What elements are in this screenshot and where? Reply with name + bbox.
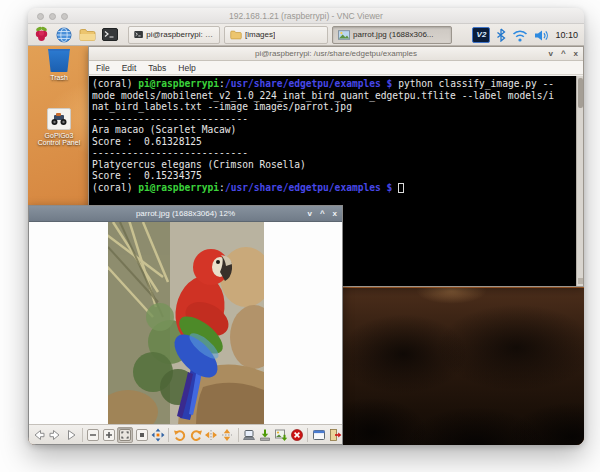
terminal-scrollbar[interactable] [576,76,583,286]
vnc-viewer-window: 192.168.1.21 (raspberrypi) - VNC Viewer … [28,8,584,445]
slideshow-button[interactable] [64,427,79,443]
full-screen-icon [151,428,165,442]
zoom-in-button[interactable] [102,427,117,443]
bluetooth-icon[interactable] [496,28,506,42]
save-as-button[interactable] [274,427,289,443]
rotate-clockwise-icon [189,428,203,442]
flip-vertical-icon [220,428,234,442]
globe-icon [56,27,72,43]
remote-desktop: Trash GoPiGo3 Control P [28,24,584,445]
terminal-window-icon [134,30,143,39]
fit-window-button[interactable] [117,427,133,443]
terminal-scrollbar-thumb[interactable] [578,78,583,108]
rotate-cw-button[interactable] [188,427,203,443]
terminal-menubar: File Edit Tabs Help [89,61,583,75]
gopigo-robot-icon [47,108,71,130]
mac-titlebar[interactable]: 192.168.1.21 (raspberrypi) - VNC Viewer [28,8,584,24]
folder-window-icon [230,30,242,40]
desktop-wallpaper[interactable]: Trash GoPiGo3 Control P [28,46,584,445]
open-file-icon [242,428,256,442]
task-terminal-label: pi@raspberrypi: /usr/... [146,30,214,39]
original-size-icon [135,428,149,442]
terminal-maximize-button[interactable]: ^ [561,48,566,60]
raspberry-menu-button[interactable] [31,26,51,44]
terminal-shade-button[interactable]: v [548,48,552,60]
folder-icon [79,28,96,42]
menu-edit[interactable]: Edit [122,63,137,73]
quit-button[interactable] [327,427,342,443]
viewer-maximize-button[interactable]: ^ [320,208,325,220]
previous-button[interactable] [32,427,47,443]
wallpaper-dark-landscape [343,288,584,445]
terminal-title: pi@raspberrypi: /usr/share/edgetpu/examp… [89,49,583,58]
delete-button[interactable] [290,427,305,443]
task-images-label: [images] [245,30,275,39]
pi-taskbar: pi@raspberrypi: /usr/... [images] parrot… [28,24,584,46]
viewer-title: parrot.jpg (1688x3064) 12% [29,209,342,218]
preferences-button[interactable] [311,427,326,443]
desktop-icon-gopigo[interactable]: GoPiGo3 Control Panel [30,108,88,146]
desktop-icon-trash[interactable]: Trash [30,46,88,81]
terminal-icon [102,28,118,41]
wifi-icon[interactable] [512,29,528,42]
preferences-icon [312,428,326,442]
viewer-toolbar [29,424,342,444]
zoom-out-icon [86,428,100,442]
save-file-icon [258,428,272,442]
vnc-window-title: 192.168.1.21 (raspberrypi) - VNC Viewer [28,11,584,21]
gopigo-label-line1: GoPiGo3 [30,132,88,139]
play-icon [64,428,78,442]
flip-horizontal-button[interactable] [204,427,219,443]
rotate-counterclockwise-icon [173,428,187,442]
save-file-button[interactable] [258,427,273,443]
quit-icon [328,428,342,442]
viewer-shade-button[interactable]: v [307,208,311,220]
task-terminal[interactable]: pi@raspberrypi: /usr/... [128,26,220,44]
viewer-canvas [29,222,342,425]
task-parrot-image[interactable]: parrot.jpg (1688x306... [332,26,452,44]
trash-label: Trash [30,74,88,81]
volume-icon[interactable] [534,29,549,42]
trash-icon [46,46,72,72]
clock[interactable]: 10:10 [555,30,580,40]
task-parrot-label: parrot.jpg (1688x306... [353,30,434,39]
next-icon [48,428,62,442]
terminal-scrollbar-arrow[interactable] [578,278,583,284]
menu-help[interactable]: Help [178,63,195,73]
screenshot-stage: 192.168.1.21 (raspberrypi) - VNC Viewer … [0,0,600,472]
flip-vertical-button[interactable] [220,427,235,443]
menu-tabs[interactable]: Tabs [148,63,166,73]
original-size-button[interactable] [134,427,149,443]
raspberry-icon [34,26,49,43]
fit-window-icon [118,428,132,442]
gopigo-label-line2: Control Panel [30,139,88,146]
zoom-in-icon [102,428,116,442]
rotate-ccw-button[interactable] [172,427,187,443]
terminal-titlebar[interactable]: pi@raspberrypi: /usr/share/edgetpu/examp… [89,47,583,61]
viewer-close-button[interactable]: x [333,208,337,220]
parrot-photo [108,222,264,425]
save-as-icon [274,428,288,442]
image-viewer-window: parrot.jpg (1688x3064) 12% v ^ x [28,205,343,445]
full-screen-button[interactable] [150,427,165,443]
terminal-close-button[interactable]: x [574,48,578,60]
open-file-button[interactable] [242,427,257,443]
previous-icon [32,428,46,442]
terminal-launcher-button[interactable] [100,26,120,44]
task-images-folder[interactable]: [images] [224,26,328,44]
image-window-icon [338,30,350,40]
file-manager-button[interactable] [77,26,97,44]
viewer-titlebar[interactable]: parrot.jpg (1688x3064) 12% v ^ x [29,206,342,222]
menu-file[interactable]: File [96,63,110,73]
web-browser-button[interactable] [54,26,74,44]
flip-horizontal-icon [204,428,218,442]
delete-icon [290,428,304,442]
vnc-tray-icon[interactable]: V2 [472,27,490,43]
next-button[interactable] [48,427,63,443]
zoom-out-button[interactable] [86,427,101,443]
